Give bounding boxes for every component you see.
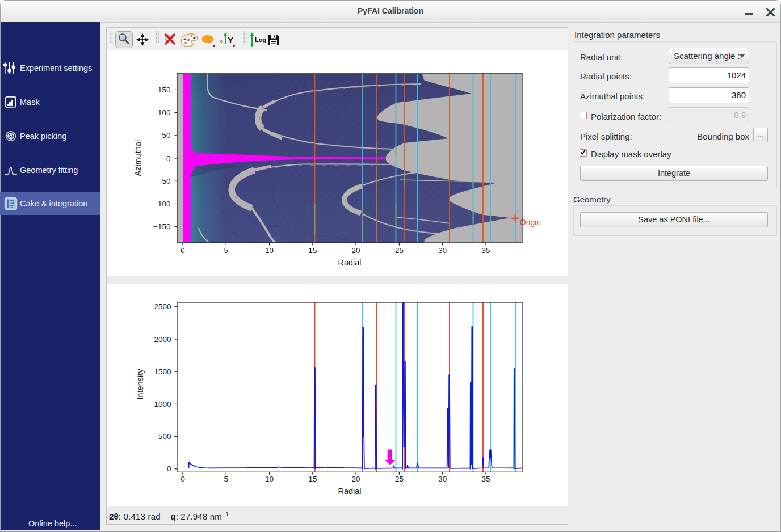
svg-text:1000: 1000 bbox=[154, 400, 171, 408]
svg-text:Radial: Radial bbox=[338, 258, 361, 267]
svg-text:10: 10 bbox=[265, 246, 274, 255]
svg-text:5: 5 bbox=[224, 246, 229, 255]
svg-text:−50: −50 bbox=[158, 177, 171, 185]
svg-text:20: 20 bbox=[352, 246, 360, 255]
svg-text:o: o bbox=[220, 39, 223, 44]
svg-text:100: 100 bbox=[158, 108, 171, 117]
svg-text:150: 150 bbox=[158, 86, 171, 94]
svg-text:35: 35 bbox=[481, 246, 490, 255]
svg-text:30: 30 bbox=[438, 246, 447, 255]
svg-text:15: 15 bbox=[308, 246, 317, 255]
svg-text:50: 50 bbox=[162, 131, 170, 140]
svg-text:2500: 2500 bbox=[154, 302, 171, 311]
svg-text:0: 0 bbox=[180, 246, 185, 255]
svg-text:Log: Log bbox=[255, 36, 266, 43]
svg-text:500: 500 bbox=[158, 432, 171, 441]
svg-text:Radial: Radial bbox=[338, 487, 361, 496]
svg-text:Origin: Origin bbox=[520, 218, 541, 227]
svg-text:30: 30 bbox=[438, 475, 447, 483]
svg-text:5: 5 bbox=[224, 475, 229, 483]
svg-text:15: 15 bbox=[308, 475, 317, 483]
svg-text:0: 0 bbox=[180, 475, 185, 483]
svg-text:2000: 2000 bbox=[154, 335, 171, 344]
svg-text:0: 0 bbox=[167, 465, 171, 473]
svg-text:1500: 1500 bbox=[154, 368, 171, 376]
svg-text:−150: −150 bbox=[153, 222, 170, 231]
svg-text:10: 10 bbox=[265, 475, 274, 483]
svg-text:−100: −100 bbox=[153, 200, 170, 208]
svg-text:35: 35 bbox=[481, 475, 490, 483]
svg-text:Azimuthal: Azimuthal bbox=[134, 140, 143, 176]
svg-text:Intensity: Intensity bbox=[136, 369, 145, 400]
svg-text:20: 20 bbox=[352, 475, 360, 483]
svg-text:Y: Y bbox=[228, 35, 233, 45]
svg-text:25: 25 bbox=[395, 246, 404, 255]
svg-text:25: 25 bbox=[395, 475, 404, 483]
svg-text:0: 0 bbox=[166, 154, 171, 163]
